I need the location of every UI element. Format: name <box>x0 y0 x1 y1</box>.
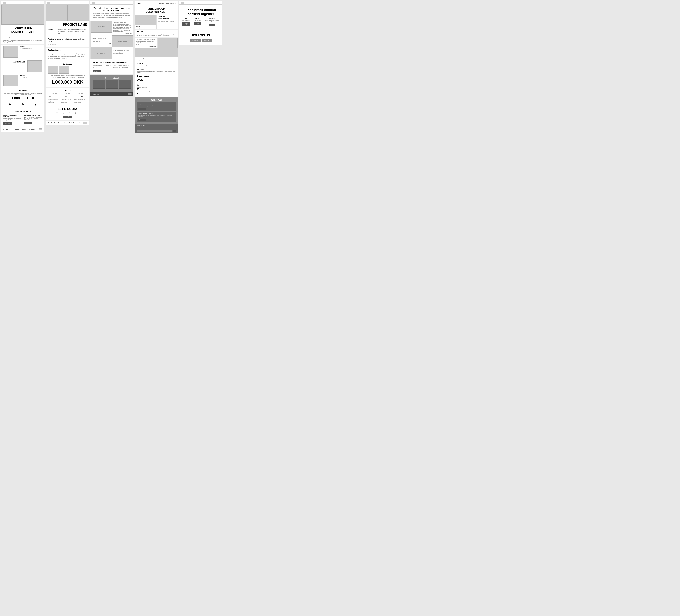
timeline-events: Lorem ipsum dolor sit amet, consectetuer… <box>48 99 87 103</box>
instagram-4[interactable]: Instagram ↗ <box>137 127 143 129</box>
follow-label-1: FOLLOW US <box>3 129 10 130</box>
follow-bar-3: FOLLOW US Instagram ↗ LinkedIn ↗ Faceboo… <box>90 92 133 96</box>
linkedin-4[interactable]: LinkedIn ↗ <box>144 127 150 129</box>
nav-contact-1[interactable]: Contact Us <box>37 2 43 4</box>
nav-links-3: About Us Projects Contact Us <box>115 2 132 4</box>
nav-projects-3[interactable]: Projects <box>121 2 125 4</box>
impact-big-4: 1 millionDKK + <box>137 75 176 82</box>
nav-projects-5[interactable]: Projects <box>210 2 214 4</box>
grid-img-label-1: javier's photo <box>98 26 105 27</box>
timeline-track-2 <box>67 96 81 97</box>
lorem-cell-1: Lorem ipsum dolor sit amet, consectetur … <box>135 38 158 48</box>
timeline-dot-3 <box>81 96 83 97</box>
nav-projects-1[interactable]: Projects <box>32 2 36 4</box>
hero-title-1: LOREM IPSUMDOLOR SIT AMET, <box>1 25 44 35</box>
follow-title-4: FOLLOW US <box>137 125 176 126</box>
nav-contact-2[interactable]: Contact Us <box>82 2 87 4</box>
impact-body-4: Lorem ipsum dolor sit amet, consectetuer… <box>137 71 176 73</box>
grid-img-3: smb else photo <box>91 47 112 59</box>
linkedin-btn-5[interactable]: LinkedIn <box>202 39 212 42</box>
talents-col-1: If you want to contribute, intern, let u… <box>93 64 111 68</box>
proj-name-regen-4: ReGen <box>135 25 156 27</box>
contact-btn-partner-1[interactable]: Contact us <box>24 122 32 124</box>
contact-btn-team-1[interactable]: Contact us <box>3 122 11 125</box>
git-title-1: GET IN TOUCH <box>3 110 42 113</box>
project-hero-img <box>46 5 89 21</box>
git-card-team-4: Are you our new team member? Copy about … <box>137 102 176 111</box>
follow-label-2: FOLLOW US <box>48 122 55 123</box>
grid-cell-3: smb else photo <box>90 47 112 59</box>
contact-btn-4-team[interactable]: Contact us <box>138 108 146 110</box>
mission-row: Mission Lorem ipsum dolor sit amet, cons… <box>46 27 89 36</box>
nav-projects-2[interactable]: Projects <box>76 2 80 4</box>
lets-cook-title: LET'S COOK! <box>48 107 87 111</box>
panel-ccube-branded: C-Cube About Us Projects Contact Us LORE… <box>135 1 178 134</box>
follow-title-5: FOLLOW US <box>182 34 220 37</box>
follow-submit-btn-4[interactable]: → <box>173 130 176 132</box>
git-col-team: Are you our new team member? Copy about … <box>3 115 22 125</box>
timeline-dates: July 2019 July 2019 July 2019 <box>48 93 87 94</box>
instagram-link-2[interactable]: Instagram ↗ <box>58 122 65 124</box>
lets-cook-body: We are always curious in your projects! <box>48 112 87 114</box>
footer-1: FOLLOW US Instagram ↗ LinkedIn ↗ Faceboo… <box>1 127 44 132</box>
instagram-link-1[interactable]: Instagram ↗ <box>14 129 21 130</box>
facebook-4[interactable]: Facebook ↗ <box>151 127 158 129</box>
lets-cook-section: LET'S COOK! We are always curious in you… <box>46 105 89 121</box>
nav-links-1: About Us Projects Contact Us <box>26 2 43 4</box>
follow-block-4: FOLLOW US Instagram ↗ LinkedIn ↗ Faceboo… <box>135 124 178 133</box>
contact-btn-phone[interactable]: Call us <box>194 22 201 25</box>
footer-links-1: Instagram ↗ LinkedIn ↗ Facebook ↗ <box>14 129 35 130</box>
embassy-sub-4: Bringing people together <box>137 64 176 65</box>
lorem-img-4 <box>158 38 178 48</box>
email-input-4[interactable] <box>137 130 172 132</box>
contact-btn-4-partner[interactable]: Contact us <box>138 119 146 121</box>
nav-about-1[interactable]: About Us <box>26 2 30 4</box>
nav-projects-4[interactable]: Projects <box>165 3 169 4</box>
embassy-name-4: Embassy <box>137 63 176 64</box>
grid-cell-2: Lorem ipsum dolor sit amet, consectetur … <box>90 35 112 47</box>
nav-about-5[interactable]: About Us <box>203 2 208 4</box>
linkedin-link-3[interactable]: LinkedIn ↗ <box>111 93 117 95</box>
facebook-link-3[interactable]: Facebook ↗ <box>118 93 124 95</box>
nav-about-4[interactable]: About Us <box>159 3 164 4</box>
nav-bar-3: About Us Projects Contact Us <box>90 1 133 5</box>
facebook-link-2[interactable]: Facebook ↗ <box>73 122 80 124</box>
stat-events-1: Events we have organized 10 <box>3 101 17 106</box>
instagram-btn-5[interactable]: Instagram <box>190 39 201 42</box>
nav-links-2: About Us Projects Contact Us <box>70 2 87 4</box>
project-title-2: PROJECT NAME <box>46 21 89 27</box>
logo-3 <box>92 2 95 4</box>
impact-imgs-2 <box>48 66 87 74</box>
proj-cell-aarhus: LOREM IPSUMDOLOR SIT AMET, Lorem ipsum d… <box>157 15 178 29</box>
nav-about-3[interactable]: About Us <box>115 2 119 4</box>
nav-contact-4[interactable]: Contact Us <box>170 3 176 4</box>
instagram-link-3[interactable]: Instagram ↗ <box>103 93 110 95</box>
project-name-aarhus: Aarhus Soup <box>3 60 25 62</box>
timeline-section: Timeline July 2019 July 2019 July 2019 →… <box>46 88 89 105</box>
facebook-link-1[interactable]: Facebook ↗ <box>29 129 35 130</box>
talents-section: We are always looking for new talents! I… <box>90 59 133 75</box>
lorem-img-cell <box>158 38 178 48</box>
timeline-track <box>51 96 64 97</box>
proj-title-aarhus: LOREM IPSUMDOLOR SIT AMET, <box>157 15 178 20</box>
linkedin-link-1[interactable]: LinkedIn ↗ <box>22 129 27 130</box>
panel-home-wireframe: About Us Projects Contact Us We started … <box>90 1 134 96</box>
nav-bar-1: About Us Projects Contact Us <box>1 1 44 5</box>
intro-section: We started C-cube to create a safe space… <box>90 5 133 21</box>
nav-about-2[interactable]: About Us <box>70 2 75 4</box>
impact-title-1: Our impact. <box>3 90 42 92</box>
stat-people-4: People we have helped 50 <box>137 87 176 91</box>
contact-btn-talents[interactable]: Contact us <box>93 70 101 72</box>
nav-contact-5[interactable]: Contact Us <box>215 2 221 4</box>
impact-amount-2: 1.000.000 DKK <box>48 80 87 85</box>
contact-btn-location[interactable]: Meet us <box>209 24 216 26</box>
follow-links-3: Instagram ↗ LinkedIn ↗ Facebook ↗ <box>103 93 124 95</box>
photo-grid: javier's photo Lorem ipsum dolor sit ame… <box>90 21 133 59</box>
nav-contact-3[interactable]: Contact Us <box>126 2 132 4</box>
linkedin-link-2[interactable]: LinkedIn ↗ <box>66 122 72 124</box>
panel-mobile-wireframe: About Us Projects Contact Us LOREM IPSUM… <box>1 1 45 132</box>
contact-btn-mail[interactable]: Contact us <box>182 22 190 26</box>
project-card-regen: ReGen Bringing people together <box>1 45 44 59</box>
contact-btn-lets-cook[interactable]: Contact us <box>63 116 72 118</box>
footer-2: FOLLOW US Instagram ↗ LinkedIn ↗ Faceboo… <box>46 121 89 125</box>
